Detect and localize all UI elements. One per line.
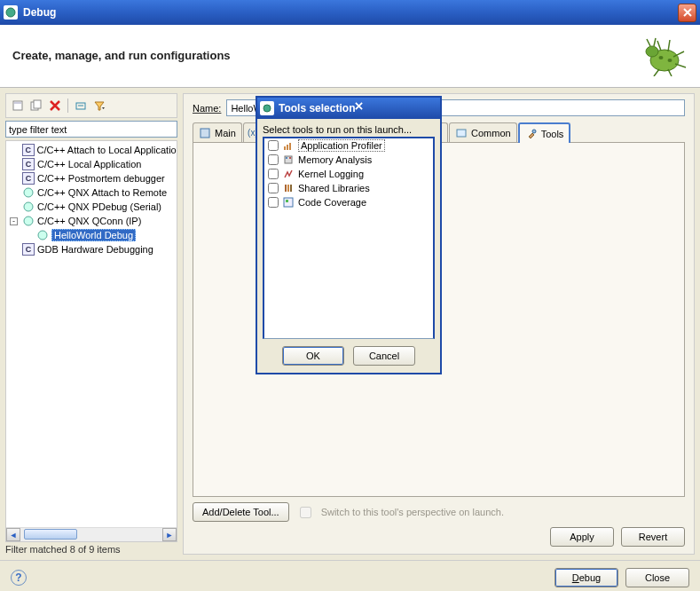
svg-rect-26	[284, 146, 286, 150]
modal-title: Tools selection	[279, 102, 355, 114]
modal-titlebar: Tools selection	[257, 98, 440, 119]
tool-checkbox[interactable]	[268, 169, 279, 179]
svg-line-3	[647, 39, 650, 46]
qnx-icon	[36, 229, 49, 241]
name-label: Name:	[193, 103, 221, 114]
tab-main[interactable]: Main	[193, 122, 242, 142]
tool-label: Kernel Logging	[298, 169, 364, 179]
scroll-left-button[interactable]: ◄	[6, 528, 20, 541]
tree-item[interactable]: C GDB Hardware Debugging	[6, 242, 177, 256]
window-title: Debug	[23, 6, 56, 19]
main-tab-icon	[199, 127, 211, 139]
tab-tools[interactable]: Tools	[518, 122, 571, 143]
switch-perspective-label: Switch to this tool's perspective on lau…	[321, 507, 504, 517]
switch-perspective-checkbox	[300, 507, 311, 518]
kernel-log-icon	[282, 168, 295, 180]
tab-common[interactable]: Common	[449, 122, 517, 142]
modal-instruction: Select tools to run on this launch...	[263, 124, 435, 135]
scroll-thumb[interactable]	[24, 529, 77, 540]
dialog-header: Create, manage, and run configurations	[0, 25, 700, 88]
tool-checkbox[interactable]	[268, 183, 279, 193]
tool-item[interactable]: Code Coverage	[264, 195, 433, 209]
tool-checkbox[interactable]	[268, 154, 279, 165]
svg-point-0	[6, 8, 15, 17]
revert-button[interactable]: Revert	[621, 527, 685, 547]
svg-rect-10	[34, 100, 41, 108]
tree-item-label: GDB Hardware Debugging	[37, 244, 153, 255]
modal-app-icon	[260, 101, 274, 115]
svg-rect-36	[286, 200, 288, 202]
apply-button[interactable]: Apply	[550, 527, 614, 547]
svg-point-15	[24, 217, 33, 225]
memory-icon	[282, 154, 295, 166]
tool-label: Code Coverage	[298, 197, 366, 208]
svg-rect-28	[289, 143, 291, 150]
modal-ok-button[interactable]: OK	[282, 346, 344, 366]
tree-item[interactable]: C C/C++ Postmortem debugger	[6, 171, 177, 185]
tab-label: Main	[215, 128, 236, 138]
tree-item[interactable]: C C/C++ Attach to Local Application	[6, 143, 177, 157]
tree-item-child[interactable]: HelloWorld Debug	[6, 228, 177, 242]
tree-item-label: C/C++ QNX Attach to Remote	[37, 187, 167, 198]
tree-item-expandable[interactable]: - C/C++ QNX QConn (IP)	[6, 214, 177, 228]
tool-item[interactable]: Kernel Logging	[264, 167, 433, 181]
help-icon[interactable]: ?	[11, 570, 27, 586]
add-delete-tool-button[interactable]: Add/Delete Tool...	[193, 502, 289, 522]
collapse-all-button[interactable]	[73, 98, 89, 114]
c-app-icon: C	[22, 172, 35, 185]
tree-item-label: HelloWorld Debug	[51, 229, 136, 241]
svg-rect-33	[287, 185, 289, 192]
tree-collapse-toggle[interactable]: -	[10, 217, 18, 225]
config-tree[interactable]: C C/C++ Attach to Local Application C C/…	[6, 141, 177, 258]
tree-item-label: C/C++ Attach to Local Application	[37, 145, 177, 155]
tool-item[interactable]: Application Profiler	[264, 138, 433, 153]
duplicate-config-button[interactable]	[28, 98, 44, 114]
svg-rect-31	[289, 157, 291, 159]
tools-tab-icon	[525, 128, 538, 140]
toolbar-separator	[67, 98, 68, 113]
scroll-right-button[interactable]: ►	[162, 528, 177, 541]
svg-rect-17	[201, 129, 209, 138]
window-titlebar: Debug	[0, 0, 700, 25]
tool-item[interactable]: Shared Libraries	[264, 181, 433, 195]
window-close-button[interactable]	[678, 4, 696, 22]
svg-point-6	[668, 59, 672, 62]
qnx-icon	[22, 201, 35, 213]
common-tab-icon	[455, 127, 468, 139]
debug-button[interactable]: Debug	[554, 568, 618, 587]
filter-menu-button[interactable]	[91, 98, 107, 114]
c-app-icon: C	[22, 144, 35, 156]
filter-status-label: Filter matched 8 of 9 items	[5, 544, 177, 555]
svg-line-4	[654, 38, 656, 46]
modal-cancel-button[interactable]: Cancel	[353, 346, 415, 366]
tools-selection-dialog: Tools selection Select tools to run on t…	[256, 96, 442, 374]
new-config-button[interactable]	[10, 98, 26, 114]
qnx-icon	[22, 186, 35, 199]
close-button[interactable]: Close	[625, 568, 689, 587]
filter-input[interactable]	[5, 121, 177, 138]
tool-checkbox[interactable]	[268, 140, 279, 151]
modal-close-button[interactable]	[355, 100, 371, 116]
tree-item[interactable]: C/C++ QNX PDebug (Serial)	[6, 200, 177, 214]
tool-label: Shared Libraries	[298, 183, 370, 193]
delete-config-button[interactable]	[47, 98, 63, 114]
c-app-icon: C	[22, 243, 35, 256]
tool-label: Application Profiler	[298, 139, 385, 152]
svg-point-13	[24, 188, 33, 197]
tool-item[interactable]: Memory Analysis	[264, 153, 433, 167]
horizontal-scrollbar[interactable]: ◄ ►	[6, 527, 177, 541]
tree-item[interactable]: C C/C++ Local Application	[6, 157, 177, 171]
tab-label: Tools	[541, 129, 564, 139]
tree-item-label: C/C++ Postmortem debugger	[37, 173, 165, 184]
tree-item-label: C/C++ QNX QConn (IP)	[37, 216, 141, 226]
c-app-icon: C	[22, 158, 35, 170]
tool-checkbox[interactable]	[268, 197, 279, 208]
svg-rect-8	[14, 102, 21, 104]
svg-rect-34	[290, 185, 292, 192]
profiler-icon	[282, 139, 295, 152]
tools-list: Application Profiler Memory Analysis Ker…	[263, 137, 435, 339]
svg-point-5	[659, 56, 664, 59]
svg-point-14	[24, 202, 33, 211]
tree-item[interactable]: C/C++ QNX Attach to Remote	[6, 185, 177, 200]
bug-icon	[634, 34, 688, 76]
